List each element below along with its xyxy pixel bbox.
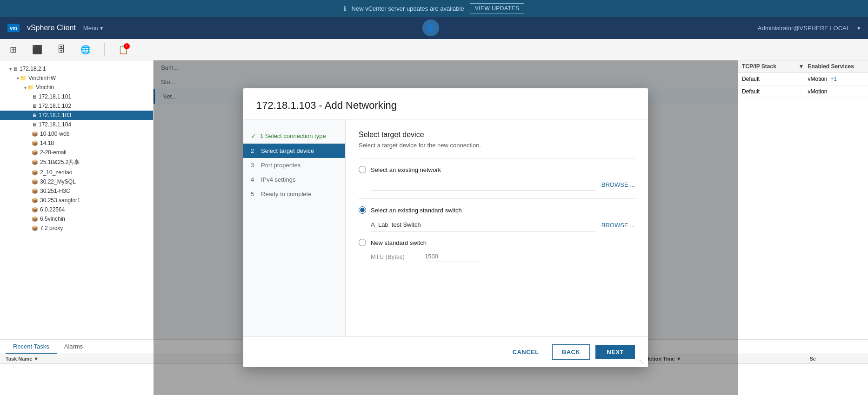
user-avatar: 👤 xyxy=(422,20,439,36)
step-1: ✓ 1 Select connection type xyxy=(243,129,345,144)
sidebar-item-172-18-2-1[interactable]: ▾ 🖥 172.18.2.1 xyxy=(0,64,153,73)
cancel-button[interactable]: CANCEL xyxy=(505,345,547,359)
existing-network-option[interactable]: Select an existing network xyxy=(359,166,635,173)
sidebar-item-7-2-proxy[interactable]: 📦 7.2 proxy xyxy=(0,224,153,233)
tcpip-stack-value-1: Default xyxy=(742,76,799,82)
filter-icon[interactable]: ▼ xyxy=(33,356,39,362)
existing-network-browse-row: BROWSE ... xyxy=(371,178,635,191)
step-3-label: Port properties xyxy=(261,162,300,169)
topology-icon[interactable]: ⊞ xyxy=(6,42,20,57)
table-header: TCP/IP Stack ▼ Enabled Services xyxy=(738,60,868,73)
add-networking-modal: 172.18.1.103 - Add Networking ✓ 1 Select… xyxy=(243,88,648,367)
sidebar-item-10-100-web[interactable]: 📦 10-100-web xyxy=(0,129,153,138)
services-value-1: vMotion +1 xyxy=(808,76,865,82)
resize-handle-icon[interactable]: ⤡ xyxy=(639,358,644,363)
vm-icon[interactable]: ⬛ xyxy=(30,42,45,57)
tab-alarms[interactable]: Alarms xyxy=(57,340,90,354)
step-2-label: Select target device xyxy=(261,147,314,154)
toolbar: ⊞ ⬛ 🗄 🌐 📋 ! xyxy=(0,39,868,60)
chevron-icon: ▾ xyxy=(9,66,12,72)
tasks-badge: ! xyxy=(124,43,130,49)
existing-switch-browse-button[interactable]: BROWSE ... xyxy=(601,222,635,229)
sidebar-item-30-253-sangfor1[interactable]: 📦 30.253.sangfor1 xyxy=(0,196,153,205)
mtu-label: MTU (Bytes) xyxy=(371,253,417,260)
col-se: Se xyxy=(809,356,862,362)
sidebar-item-30-251-h3c[interactable]: 📦 30.251-H3C xyxy=(0,186,153,196)
chevron-icon: ▾ xyxy=(17,76,19,81)
content-panel: Select target device Select a target dev… xyxy=(346,119,648,336)
new-switch-option[interactable]: New standard switch xyxy=(359,239,635,246)
tab-recent-tasks[interactable]: Recent Tasks xyxy=(6,340,57,354)
col-enabled-services: Enabled Services xyxy=(808,63,865,70)
menu-button[interactable]: Menu ▾ xyxy=(83,25,104,32)
sidebar-item-25-18[interactable]: 📦 25.18&25.2共享 xyxy=(0,157,153,168)
sidebar-item-6-5vinchin[interactable]: 📦 6.5vinchin xyxy=(0,214,153,224)
mtu-input[interactable] xyxy=(425,251,481,262)
existing-network-label: Select an existing network xyxy=(371,166,441,173)
step-5-label: Ready to complete xyxy=(261,191,311,198)
user-label: Administrator@VSPHERE.LOCAL xyxy=(758,25,850,32)
notification-text: New vCenter server updates are available xyxy=(352,5,464,12)
existing-switch-option[interactable]: Select an existing standard switch xyxy=(359,206,635,214)
divider xyxy=(104,43,105,56)
step-1-label: 1 Select connection type xyxy=(260,132,326,139)
existing-network-radio[interactable] xyxy=(359,166,366,173)
new-switch-label: New standard switch xyxy=(371,239,427,246)
tcpip-stack-value-2: Default xyxy=(742,88,799,95)
modal-body: ✓ 1 Select connection type 2 Select targ… xyxy=(243,119,648,336)
sidebar-item-172-18-1-102[interactable]: 🖥 172.18.1.102 xyxy=(0,101,153,111)
existing-network-browse-button[interactable]: BROWSE ... xyxy=(601,181,635,188)
table-row: Default vMotion xyxy=(738,86,868,98)
network-icon[interactable]: 🌐 xyxy=(78,42,93,57)
existing-switch-browse-row: BROWSE ... xyxy=(371,218,635,231)
menu-chevron-icon: ▾ xyxy=(100,25,103,32)
user-chevron-icon[interactable]: ▾ xyxy=(857,25,861,32)
app-name: vSphere Client xyxy=(27,24,76,32)
sidebar-item-14-18[interactable]: 📦 14.18 xyxy=(0,138,153,148)
vm-logo: vm xyxy=(7,24,20,32)
new-switch-radio[interactable] xyxy=(359,239,366,246)
step-3: 3 Port properties xyxy=(243,158,345,172)
sidebar-item-vinchin[interactable]: ▾ 📁 Vinchin xyxy=(0,83,153,92)
view-updates-button[interactable]: VIEW UPDATES xyxy=(470,3,525,13)
existing-switch-input[interactable] xyxy=(371,218,596,231)
step-2: 2 Select target device xyxy=(243,144,345,158)
next-button[interactable]: NEXT xyxy=(595,345,635,359)
content-area: Sum... Sto... Net... 172.18.1.103 - Add … xyxy=(154,60,738,395)
sidebar-item-6-0-22564[interactable]: 📦 6.0.22564 xyxy=(0,205,153,214)
sidebar-item-2-20-email[interactable]: 📦 2-20-email xyxy=(0,148,153,157)
section-desc: Select a target device for the new conne… xyxy=(359,142,635,149)
storage-icon[interactable]: 🗄 xyxy=(54,42,69,57)
sidebar-item-172-18-1-101[interactable]: 🖥 172.18.1.101 xyxy=(0,92,153,101)
steps-panel: ✓ 1 Select connection type 2 Select targ… xyxy=(243,119,346,336)
header-bar: vm vSphere Client Menu ▾ 👤 Administrator… xyxy=(0,17,868,39)
section-divider-2 xyxy=(359,198,635,199)
col-tcpip-stack: TCP/IP Stack xyxy=(742,63,799,70)
section-divider xyxy=(359,158,635,158)
existing-switch-label: Select an existing standard switch xyxy=(371,207,462,214)
modal-footer: CANCEL BACK NEXT xyxy=(243,336,648,367)
sidebar-item-172-18-1-103[interactable]: 🖥 172.18.1.103 xyxy=(0,111,153,120)
top-notification-bar: ℹ New vCenter server updates are availab… xyxy=(0,0,868,17)
modal-title: 172.18.1.103 - Add Networking xyxy=(256,99,635,112)
sidebar-item-vinchinHW[interactable]: ▾ 📁 VinchinHW xyxy=(0,73,153,83)
existing-network-input[interactable] xyxy=(371,178,596,191)
tasks-icon[interactable]: 📋 ! xyxy=(116,42,131,57)
step-4-label: IPv4 settings xyxy=(261,176,295,183)
chevron-icon: ▾ xyxy=(24,85,27,90)
modal-header: 172.18.1.103 - Add Networking xyxy=(243,88,648,119)
section-title: Select target device xyxy=(359,131,635,139)
info-icon: ℹ xyxy=(344,5,346,12)
back-button[interactable]: BACK xyxy=(552,344,590,360)
step-4: 4 IPv4 settings xyxy=(243,172,345,187)
sidebar-item-30-22-mysql[interactable]: 📦 30.22_MySQL xyxy=(0,177,153,186)
check-icon: ✓ xyxy=(251,132,256,140)
filter-icon[interactable]: ▼ xyxy=(799,63,808,70)
step-5: 5 Ready to complete xyxy=(243,187,345,201)
existing-switch-radio[interactable] xyxy=(359,206,366,214)
table-row: Default vMotion +1 xyxy=(738,73,868,86)
mtu-row: MTU (Bytes) xyxy=(371,251,635,262)
sidebar-item-2-10-zentao[interactable]: 📦 2_10_zentao xyxy=(0,168,153,177)
sidebar-item-172-18-1-104[interactable]: 🖥 172.18.1.104 xyxy=(0,120,153,129)
services-value-2: vMotion xyxy=(808,88,865,95)
